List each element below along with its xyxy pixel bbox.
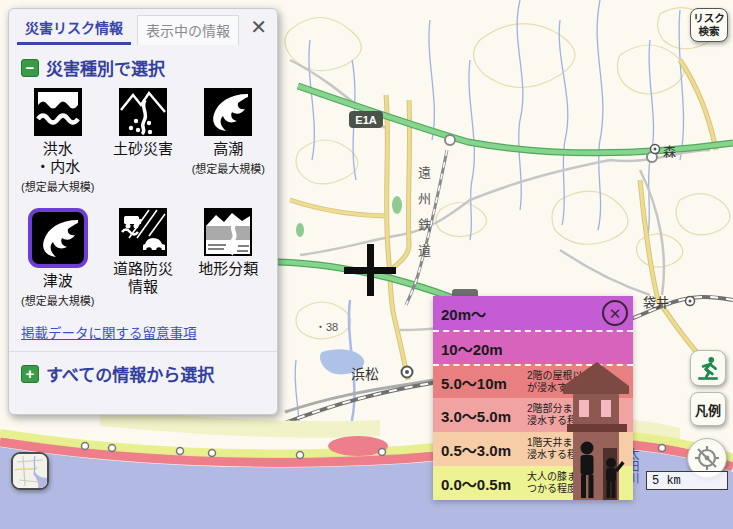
panel-tab-bar: 災害リスク情報 表示中の情報 ✕	[9, 9, 277, 45]
disaster-type-road-info[interactable]: 道路防災 情報	[100, 208, 185, 320]
collapse-icon[interactable]: −	[21, 59, 39, 77]
legend-toggle-button[interactable]: 凡例	[690, 392, 726, 426]
overview-map-button[interactable]	[11, 452, 49, 490]
route-badge-e1a: E1A	[349, 111, 383, 128]
disaster-type-landslide[interactable]: 土砂災害	[100, 88, 185, 200]
tsunami-depth-legend: 20m〜 10〜20m 5.0〜10m 2階の屋根以上 が浸水する 3.0〜5.…	[433, 296, 633, 500]
disaster-type-flood[interactable]: 洪水 ・内水 (想定最大規模)	[15, 88, 100, 200]
legend-row: 3.0〜5.0m 2階部分まで 浸水する程度	[433, 398, 633, 432]
map-scale-bar: 5 km	[646, 471, 728, 490]
legend-row: 0.0〜0.5m 大人の膝まで つかる程度	[433, 466, 633, 500]
disaster-type-terrain[interactable]: 地形分類	[186, 208, 271, 320]
expand-icon[interactable]: +	[21, 365, 39, 383]
section-select-by-type[interactable]: − 災害種別で選択	[9, 45, 277, 86]
section-title: 災害種別で選択	[46, 55, 165, 80]
landslide-icon	[119, 88, 167, 136]
section-select-from-all[interactable]: + すべての情報から選択	[9, 351, 277, 392]
legend-row: 0.5〜3.0m 1階天井まで 浸水する程度	[433, 432, 633, 466]
data-notes-link[interactable]: 掲載データに関する留意事項	[21, 322, 265, 342]
tab-disaster-risk-info[interactable]: 災害リスク情報	[17, 13, 131, 45]
disaster-type-grid: 洪水 ・内水 (想定最大規模) 土砂災害	[9, 86, 277, 320]
panel-close-icon[interactable]: ✕	[250, 17, 267, 37]
hazard-map-app: E1A 森 袋井 浜松 ・38 太田川 遠州鉄道 災害リスク情報 表示中の情報 …	[0, 0, 733, 529]
tsunami-icon	[34, 214, 82, 262]
minimap-thumbnail	[13, 454, 47, 488]
section-title: すべての情報から選択	[46, 361, 214, 386]
flood-icon	[34, 88, 82, 136]
tab-displayed-info[interactable]: 表示中の情報	[137, 15, 239, 45]
storm-surge-icon	[204, 88, 252, 136]
legend-row: 10〜20m	[433, 330, 633, 364]
evacuation-site-button[interactable]	[690, 350, 726, 386]
terrain-icon	[204, 208, 252, 256]
running-person-icon	[695, 355, 721, 381]
disaster-type-storm-surge[interactable]: 高潮 (想定最大規模)	[186, 88, 271, 200]
risk-search-button[interactable]: リスク 検索	[690, 8, 728, 42]
road-disaster-icon	[119, 208, 167, 256]
disaster-risk-panel: 災害リスク情報 表示中の情報 ✕ − 災害種別で選択 洪水 ・内水 (想定最大規…	[8, 8, 278, 415]
disaster-type-tsunami[interactable]: 津波 (想定最大規模)	[15, 208, 100, 320]
gps-target-icon	[693, 444, 721, 472]
legend-close-icon[interactable]: ✕	[602, 300, 628, 326]
legend-row: 5.0〜10m 2階の屋根以上 が浸水する	[433, 364, 633, 398]
